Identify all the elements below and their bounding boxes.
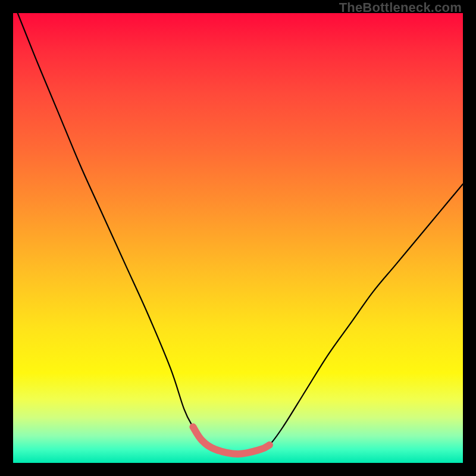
chart-svg <box>13 13 463 463</box>
plot-area <box>13 13 463 463</box>
chart-frame: TheBottleneck.com <box>0 0 476 476</box>
red-flat-segment <box>193 427 270 454</box>
black-curve <box>18 13 463 454</box>
